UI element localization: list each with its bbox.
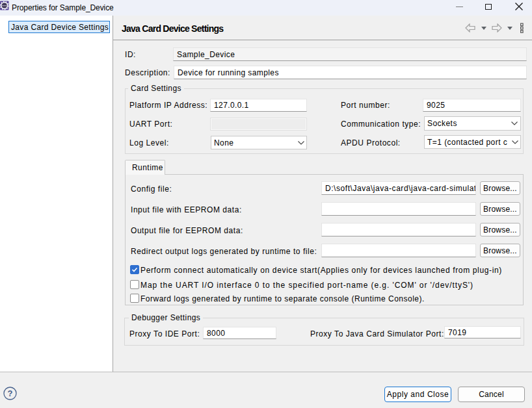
- svg-text:?: ?: [8, 389, 13, 398]
